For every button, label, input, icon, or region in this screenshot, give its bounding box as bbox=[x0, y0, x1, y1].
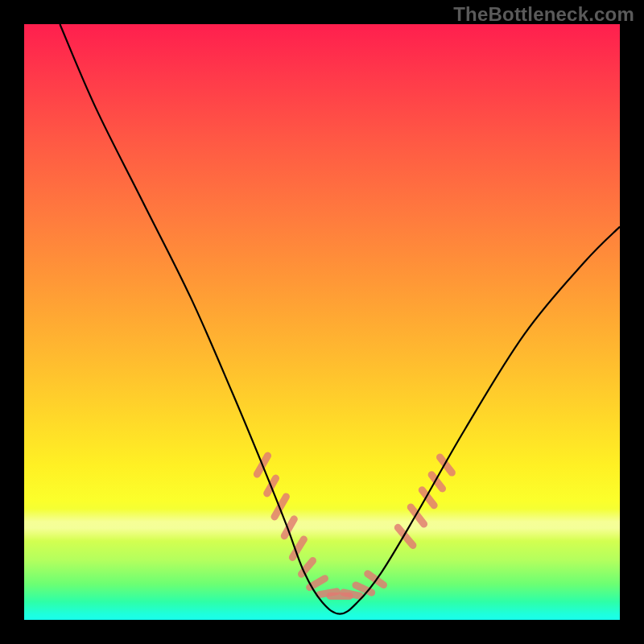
marker-group bbox=[252, 451, 456, 601]
curve-marker bbox=[393, 522, 418, 551]
curve-marker bbox=[270, 492, 291, 522]
chart-svg bbox=[24, 24, 620, 620]
bottleneck-curve bbox=[60, 24, 620, 614]
curve-marker bbox=[435, 452, 457, 478]
chart-frame: TheBottleneck.com bbox=[0, 0, 644, 644]
plot-area bbox=[24, 24, 620, 620]
watermark-text: TheBottleneck.com bbox=[453, 3, 634, 26]
curve-marker bbox=[279, 514, 299, 541]
